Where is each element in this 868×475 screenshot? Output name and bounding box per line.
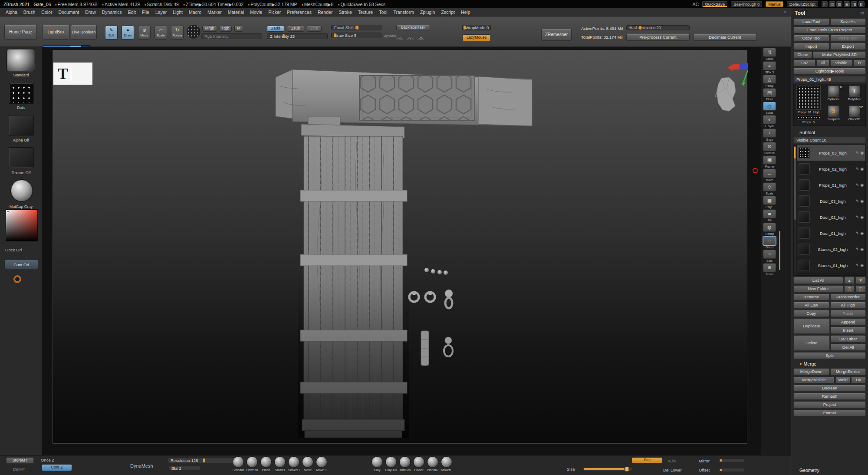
subtool-thumbnail[interactable] (799, 211, 810, 223)
paintbrush-icon[interactable]: ✎ (856, 231, 859, 235)
del-other-button[interactable]: Del Other (831, 335, 866, 343)
paste-tool-button[interactable]: Paste Tool (830, 35, 866, 42)
slider-marker[interactable] (283, 34, 285, 38)
menu-item[interactable]: Zscript (438, 8, 458, 16)
subtool-thumbnail[interactable] (799, 260, 810, 271)
right-shelf-button[interactable]: ■ Fill (763, 209, 776, 222)
brush-preset[interactable]: PlanarR (426, 456, 439, 472)
brush-preset[interactable]: Move (301, 456, 314, 472)
right-shelf-button[interactable]: ↔ Move (763, 169, 776, 181)
subtool-thumbnail[interactable] (799, 195, 810, 207)
menu-item[interactable]: Movie (247, 8, 265, 16)
recent-tool-thumbnail[interactable]: ✳ (849, 86, 860, 97)
brush-preset[interactable]: Standar (232, 456, 245, 472)
paintbrush-icon[interactable]: ✎ (856, 183, 859, 187)
paintbrush-icon[interactable]: ✎ (856, 247, 859, 251)
menu-item[interactable]: Brush (20, 8, 38, 16)
paintbrush-icon[interactable]: ✎ (856, 199, 859, 203)
paste-subtool-button[interactable]: Paste (830, 310, 866, 317)
see-through-slider[interactable]: See-through 0 (731, 1, 762, 7)
offset-button[interactable]: Offset (699, 468, 710, 472)
menu-item[interactable]: Material (225, 8, 247, 16)
menu-item[interactable]: Light (170, 8, 186, 16)
tray-collapse-icon[interactable]: « (784, 9, 786, 14)
slider-marker[interactable] (464, 26, 466, 30)
mrgb-button[interactable]: Mrgb (202, 26, 217, 32)
lightbox-button[interactable]: LightBox (43, 25, 69, 40)
right-shelf-button[interactable]: △ Persp (763, 75, 776, 87)
subtool-row[interactable]: Props_03_high ✎ ◉ (797, 145, 865, 161)
offset-slider[interactable] (719, 468, 745, 472)
symmetry-axis-button[interactable]: >Z< (418, 36, 424, 41)
refresh-icon[interactable]: ⟳ (861, 10, 865, 16)
paintbrush-icon[interactable]: ✎ (856, 263, 859, 267)
split-button[interactable]: Split (793, 352, 866, 359)
extract-button[interactable]: Extract (793, 409, 866, 416)
right-shelf-button[interactable]: ○ Solo (763, 250, 776, 262)
tray-drag-handle[interactable] (779, 231, 780, 270)
slider-marker[interactable] (639, 26, 641, 30)
save-as-button[interactable]: Save As (830, 18, 866, 25)
draw-size-slider[interactable]: Draw Size 5 (331, 33, 381, 38)
rgb-button[interactable]: Rgb (220, 26, 232, 32)
duplicate-button[interactable]: Duplicate (793, 318, 830, 334)
resolution-slider[interactable]: Resolution 128 (168, 458, 241, 463)
subtool-row[interactable]: Props_02_high ✎ ◉ (797, 161, 865, 177)
menu-item[interactable]: Transform (390, 8, 417, 16)
remesh-button[interactable]: Remesh (793, 393, 866, 400)
export-button[interactable]: Export (830, 43, 866, 50)
menu-item[interactable]: Color (38, 8, 55, 16)
blur-slider[interactable]: Blur 2 (168, 466, 201, 471)
right-shelf-button[interactable]: ◎ Local (763, 102, 776, 114)
rename-button[interactable]: Rename (793, 294, 829, 300)
size-slider[interactable] (583, 468, 632, 471)
recent-tool[interactable]: S SimpleB (824, 106, 843, 125)
recent-tool[interactable]: 12 ObjectO (845, 106, 864, 125)
color-swatch[interactable] (13, 275, 21, 283)
preprocess-current-button[interactable]: Pre-process Current (626, 34, 690, 41)
uv-button[interactable]: Uv (851, 376, 866, 383)
all-high-button[interactable]: All High (830, 302, 866, 309)
subtool-row[interactable]: Stones_01_high ✎ ◉ (797, 257, 865, 274)
menu-item[interactable]: Texture (355, 8, 376, 16)
z-intensity-slider[interactable]: Z Intensity 25 (267, 33, 328, 39)
once-z-button[interactable]: Once Z (41, 458, 54, 462)
brush-preset[interactable]: Slash3 (273, 456, 286, 472)
import-button[interactable]: Import (793, 43, 829, 50)
menu-item[interactable]: Render (315, 8, 335, 16)
autoreorder-button[interactable]: AutoReorder (830, 294, 866, 300)
menu-item[interactable]: Stroke (335, 8, 355, 16)
slider-marker[interactable] (334, 33, 336, 37)
recent-tool-thumbnail[interactable]: 8 (828, 86, 839, 97)
lazymouse-button[interactable]: LazyMouse (462, 34, 491, 41)
symmetry-axis-button[interactable]: >X< (396, 36, 403, 41)
viewport-3d[interactable] (53, 50, 748, 444)
right-shelf-button[interactable]: ◌ Ghost (763, 236, 776, 249)
mirror-slider[interactable] (719, 459, 745, 462)
list-all-button[interactable]: List All (793, 277, 843, 284)
delete-button[interactable]: Delete (793, 335, 830, 351)
size-slider-knob[interactable] (625, 467, 629, 472)
subtool-thumbnail[interactable] (799, 228, 810, 239)
brush-preset[interactable]: SnakeH (287, 456, 300, 472)
right-shelf-button[interactable]: ▣ Frame (763, 155, 776, 168)
subtool-up-button[interactable]: ▲ (844, 277, 855, 284)
brush-selector-thumbnail[interactable] (7, 49, 35, 72)
rgb-intensity-slider[interactable]: Rgb Intensity (201, 33, 262, 39)
zremesher-button[interactable]: ZRemesher (541, 29, 572, 41)
mode-button[interactable]: ✎ Edit (105, 26, 118, 40)
mergevisible-button[interactable]: MergeVisible (793, 376, 835, 383)
slider-marker[interactable] (356, 26, 358, 30)
focal-shift-slider[interactable]: Focal Shift 0 (331, 25, 381, 30)
home-page-button[interactable]: Home Page (4, 25, 37, 40)
zsub-button[interactable]: Zsub (287, 26, 304, 32)
mode-button[interactable]: ↻ Rotate (171, 26, 184, 40)
right-shelf-button[interactable]: ⊕ Zoom (763, 263, 776, 276)
brush-preset[interactable]: DamSta (246, 456, 259, 472)
slider-marker[interactable] (203, 459, 205, 462)
once-ori-button[interactable]: Once Ori (5, 247, 22, 252)
new-folder-button[interactable]: New Folder (793, 285, 843, 292)
quicksave-button[interactable]: QuickSave (702, 1, 727, 7)
dynamic-label[interactable]: Dynamic (384, 34, 396, 38)
decimate-current-button[interactable]: Decimate Current (693, 34, 757, 41)
